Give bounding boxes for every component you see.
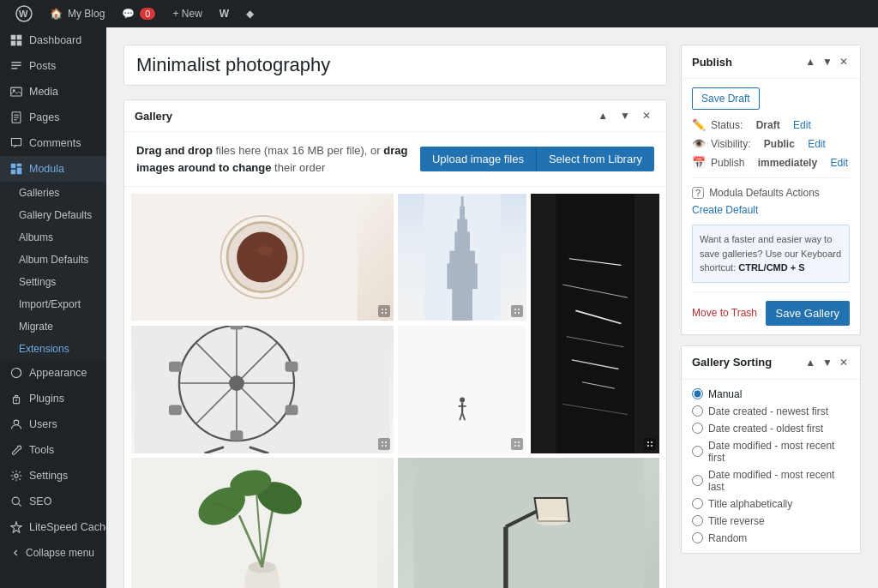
publish-box-close-btn[interactable]: ✕ [838, 54, 850, 69]
sidebar-item-dashboard[interactable]: Dashboard [0, 27, 106, 53]
adminbar-new[interactable]: + New [164, 0, 210, 27]
sidebar-label-litespeed: LiteSpeed Cache [29, 521, 106, 533]
create-default-link[interactable]: Create Default [692, 204, 850, 216]
sorting-down-btn[interactable]: ▼ [821, 355, 834, 370]
adminbar-diamond[interactable]: ◆ [238, 0, 262, 27]
submenu-gallery-defaults[interactable]: Gallery Defaults [0, 204, 106, 226]
shortcut-key: CTRL/CMD + S [738, 262, 804, 273]
sidebar-item-seo[interactable]: SEO [0, 489, 106, 514]
gallery-close-btn[interactable]: ✕ [637, 107, 656, 124]
gallery-collapse-up-btn[interactable]: ▲ [592, 107, 613, 124]
publish-value: immediately [758, 157, 817, 169]
gallery-image-7[interactable] [398, 458, 660, 588]
svg-point-79 [460, 397, 465, 402]
svg-point-84 [514, 441, 516, 443]
svg-point-29 [257, 246, 274, 255]
sort-title-reverse[interactable]: Title reverse [692, 515, 850, 527]
svg-rect-103 [413, 458, 644, 588]
sidebar-item-media[interactable]: Media [0, 79, 106, 105]
svg-rect-17 [17, 168, 22, 175]
adminbar-comments[interactable]: 💬 0 [113, 0, 164, 27]
sort-random[interactable]: Random [692, 532, 850, 544]
sorting-up-btn[interactable]: ▲ [803, 355, 817, 370]
collapse-menu-button[interactable]: Collapse menu [0, 540, 106, 566]
sort-title-alpha[interactable]: Title alphabetically [692, 498, 850, 510]
sort-title-reverse-radio[interactable] [692, 515, 703, 526]
sidebar-item-settings[interactable]: Settings [0, 463, 106, 489]
gallery-image-4[interactable] [131, 326, 394, 453]
sidebar-item-users[interactable]: Users [0, 411, 106, 437]
publish-meta: ✏️ Status: Draft Edit 👁️ Visibility: Pub… [692, 118, 850, 169]
adminbar-site-name[interactable]: 🏠 My Blog [41, 0, 113, 27]
submenu-migrate[interactable]: Migrate [0, 315, 106, 338]
submenu-settings[interactable]: Settings [0, 271, 106, 293]
adminbar-w-icon[interactable]: W [211, 0, 238, 27]
sort-manual-radio[interactable] [692, 388, 703, 399]
sidebar-label-posts: Posts [29, 60, 56, 72]
drag-handle-1 [378, 305, 390, 317]
svg-point-43 [514, 309, 516, 310]
sidebar-label-seo: SEO [29, 495, 51, 507]
upload-image-files-button[interactable]: Upload image files [420, 147, 536, 171]
select-from-library-button[interactable]: Select from Library [536, 147, 654, 171]
publish-edit-link[interactable]: Edit [830, 157, 848, 169]
sidebar-item-plugins[interactable]: Plugins [0, 386, 106, 411]
sort-manual[interactable]: Manual [692, 388, 850, 400]
sort-date-newest-radio[interactable] [692, 405, 703, 417]
gallery-collapse-down-btn[interactable]: ▼ [615, 107, 635, 124]
upload-buttons: Upload image files Select from Library [420, 147, 654, 171]
keyboard-shortcut-note: Want a faster and easier way to save gal… [692, 225, 850, 283]
sidebar-item-pages[interactable]: Pages [0, 105, 106, 130]
sidebar-item-litespeed[interactable]: LiteSpeed Cache [0, 514, 106, 540]
svg-rect-69 [231, 430, 244, 441]
svg-rect-47 [556, 194, 634, 453]
sort-random-radio[interactable] [692, 532, 703, 543]
svg-point-32 [385, 309, 387, 310]
save-draft-button[interactable]: Save Draft [692, 87, 760, 110]
submenu-extensions[interactable]: Extensions [0, 338, 106, 360]
sidebar-label-comments: Comments [29, 137, 81, 149]
sidebar-item-modula[interactable]: Modula [0, 156, 106, 182]
gallery-image-1[interactable] [131, 194, 394, 321]
submenu-albums[interactable]: Albums [0, 226, 106, 249]
sidebar-label-tools: Tools [29, 444, 54, 456]
sort-title-alpha-radio[interactable] [692, 498, 703, 509]
sorting-close-btn[interactable]: ✕ [838, 355, 850, 370]
sidebar-item-comments[interactable]: Comments [0, 130, 106, 156]
publish-box-down-btn[interactable]: ▼ [821, 54, 834, 69]
sort-date-oldest-radio[interactable] [692, 423, 703, 434]
sidebar-item-posts[interactable]: Posts [0, 53, 106, 79]
status-edit-link[interactable]: Edit [793, 119, 811, 131]
sort-modified-last-radio[interactable] [692, 475, 703, 486]
svg-rect-78 [424, 326, 500, 453]
gallery-sorting-header: Gallery Sorting ▲ ▼ ✕ [682, 346, 860, 380]
sort-modified-recent-radio[interactable] [692, 446, 703, 457]
sidebar-label-users: Users [29, 418, 57, 430]
upload-text-1: files here (max 16 MB per file), or [213, 144, 383, 157]
gallery-image-3[interactable] [531, 194, 659, 453]
sidebar-item-appearance[interactable]: Appearance [0, 360, 106, 386]
svg-point-23 [15, 474, 18, 477]
move-to-trash-link[interactable]: Move to Trash [692, 307, 757, 319]
sort-date-newest[interactable]: Date created - newest first [692, 405, 850, 417]
submenu-album-defaults[interactable]: Album Defaults [0, 249, 106, 271]
comment-icon: 💬 [122, 8, 135, 20]
sidebar-label-pages: Pages [29, 111, 59, 123]
home-icon: 🏠 [50, 8, 63, 20]
sort-modified-recent[interactable]: Date modified - most recent first [692, 440, 850, 464]
adminbar-wp-logo[interactable]: W [7, 0, 41, 27]
gallery-block: Gallery ▲ ▼ ✕ Drag and drop files here (… [123, 99, 667, 588]
sort-date-oldest[interactable]: Date created - oldest first [692, 423, 850, 435]
post-title-input[interactable] [123, 45, 667, 86]
gallery-image-6[interactable] [131, 458, 394, 588]
gallery-image-5[interactable] [398, 326, 526, 453]
sidebar-item-tools[interactable]: Tools [0, 437, 106, 463]
visibility-edit-link[interactable]: Edit [808, 138, 826, 150]
publish-box-up-btn[interactable]: ▲ [803, 54, 817, 69]
save-gallery-button[interactable]: Save Gallery [766, 301, 850, 326]
submenu-galleries[interactable]: Galleries [0, 182, 106, 204]
sort-modified-last[interactable]: Date modified - most recent last [692, 469, 850, 493]
pencil-icon: ✏️ [692, 118, 706, 131]
gallery-image-2[interactable] [398, 194, 526, 321]
submenu-import-export[interactable]: Import/Export [0, 293, 106, 315]
